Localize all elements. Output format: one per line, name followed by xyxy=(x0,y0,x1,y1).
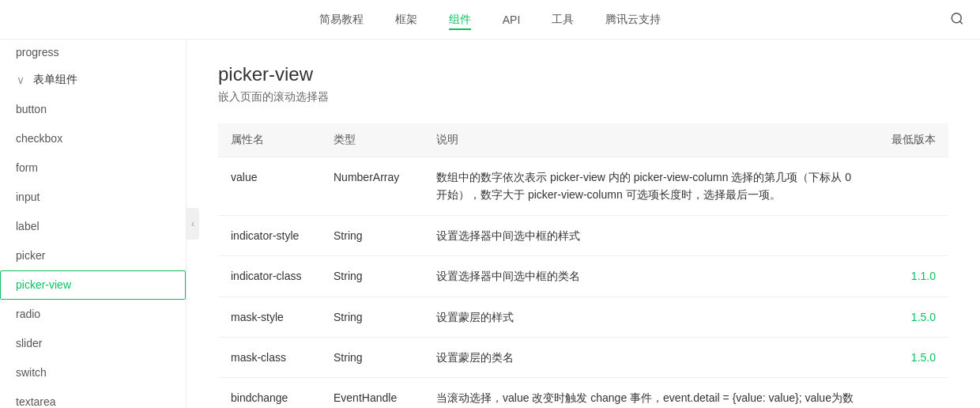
nav-menu: 简易教程 框架 组件 API 工具 腾讯云支持 xyxy=(319,9,662,30)
cell-version xyxy=(869,378,948,408)
sidebar-item-checkbox[interactable]: checkbox xyxy=(0,124,186,153)
sidebar-item-picker-view[interactable]: picker-view xyxy=(0,270,186,300)
table-header-row: 属性名 类型 说明 最低版本 xyxy=(218,123,948,157)
main-layout: progress ∨ 表单组件 button checkbox form inp… xyxy=(0,40,980,408)
nav-item-tencent[interactable]: 腾讯云支持 xyxy=(605,9,661,30)
sidebar-collapse-button[interactable]: ‹ xyxy=(187,208,199,240)
page-subtitle: 嵌入页面的滚动选择器 xyxy=(218,90,948,104)
table-row: indicator-styleString设置选择器中间选中框的样式 xyxy=(218,215,948,255)
sidebar-item-form[interactable]: form xyxy=(0,153,186,183)
cell-type: String xyxy=(321,256,424,297)
search-icon[interactable] xyxy=(950,11,964,28)
cell-name: mask-class xyxy=(218,337,321,377)
sidebar-wrapper: progress ∨ 表单组件 button checkbox form inp… xyxy=(0,40,187,408)
chevron-down-icon: ∨ xyxy=(13,74,28,86)
nav-item-components[interactable]: 组件 xyxy=(449,9,471,30)
cell-desc: 设置选择器中间选中框的样式 xyxy=(424,215,869,255)
page-title: picker-view xyxy=(218,63,948,85)
cell-type: String xyxy=(321,337,424,377)
top-navigation: 简易教程 框架 组件 API 工具 腾讯云支持 xyxy=(0,0,980,40)
cell-name: mask-style xyxy=(218,297,321,337)
sidebar-category-form[interactable]: ∨ 表单组件 xyxy=(0,65,186,95)
cell-version xyxy=(869,157,948,216)
cell-version: 1.5.0 xyxy=(869,297,948,337)
table-row: indicator-classString设置选择器中间选中框的类名1.1.0 xyxy=(218,256,948,297)
sidebar-item-picker[interactable]: picker xyxy=(0,241,186,270)
sidebar-item-button[interactable]: button xyxy=(0,95,186,124)
attributes-table: 属性名 类型 说明 最低版本 valueNumberArray数组中的数字依次表… xyxy=(218,123,948,408)
nav-item-tutorial[interactable]: 简易教程 xyxy=(319,9,364,30)
cell-desc: 设置选择器中间选中框的类名 xyxy=(424,256,869,297)
table-row: mask-classString设置蒙层的类名1.5.0 xyxy=(218,337,948,377)
cell-name: indicator-class xyxy=(218,256,321,297)
table-row: mask-styleString设置蒙层的样式1.5.0 xyxy=(218,297,948,337)
svg-line-1 xyxy=(959,21,962,23)
sidebar-item-slider[interactable]: slider xyxy=(0,329,186,358)
nav-item-tools[interactable]: 工具 xyxy=(552,9,574,30)
cell-type: String xyxy=(321,297,424,337)
sidebar-items-form: button checkbox form input label picker … xyxy=(0,95,186,408)
nav-item-api[interactable]: API xyxy=(503,10,521,29)
table-row: valueNumberArray数组中的数字依次表示 picker-view 内… xyxy=(218,157,948,216)
sidebar-category-form-label: 表单组件 xyxy=(33,73,77,87)
cell-type: NumberArray xyxy=(321,157,424,216)
cell-type: EventHandle xyxy=(321,378,424,408)
cell-name: value xyxy=(218,157,321,216)
th-desc: 说明 xyxy=(424,123,869,157)
sidebar-item-textarea[interactable]: textarea xyxy=(0,387,186,408)
th-type: 类型 xyxy=(321,123,424,157)
cell-version xyxy=(869,215,948,255)
sidebar-item-radio[interactable]: radio xyxy=(0,300,186,329)
cell-desc: 数组中的数字依次表示 picker-view 内的 picker-view-co… xyxy=(424,157,869,216)
sidebar-item-switch[interactable]: switch xyxy=(0,358,186,387)
cell-desc: 当滚动选择，value 改变时触发 change 事件，event.detail… xyxy=(424,378,869,408)
chevron-left-icon: ‹ xyxy=(191,218,194,229)
table-row: bindchangeEventHandle当滚动选择，value 改变时触发 c… xyxy=(218,378,948,408)
sidebar: progress ∨ 表单组件 button checkbox form inp… xyxy=(0,40,187,408)
cell-type: String xyxy=(321,215,424,255)
th-name: 属性名 xyxy=(218,123,321,157)
cell-name: bindchange xyxy=(218,378,321,408)
th-version: 最低版本 xyxy=(869,123,948,157)
sidebar-item-progress[interactable]: progress xyxy=(0,40,186,65)
nav-item-framework[interactable]: 框架 xyxy=(395,9,417,30)
sidebar-item-input[interactable]: input xyxy=(0,183,186,212)
cell-desc: 设置蒙层的样式 xyxy=(424,297,869,337)
cell-name: indicator-style xyxy=(218,215,321,255)
svg-point-0 xyxy=(952,13,961,22)
cell-version: 1.5.0 xyxy=(869,337,948,377)
cell-desc: 设置蒙层的类名 xyxy=(424,337,869,377)
cell-version: 1.1.0 xyxy=(869,256,948,297)
content-area: picker-view 嵌入页面的滚动选择器 属性名 类型 说明 最低版本 va… xyxy=(187,40,980,408)
sidebar-item-label[interactable]: label xyxy=(0,212,186,241)
